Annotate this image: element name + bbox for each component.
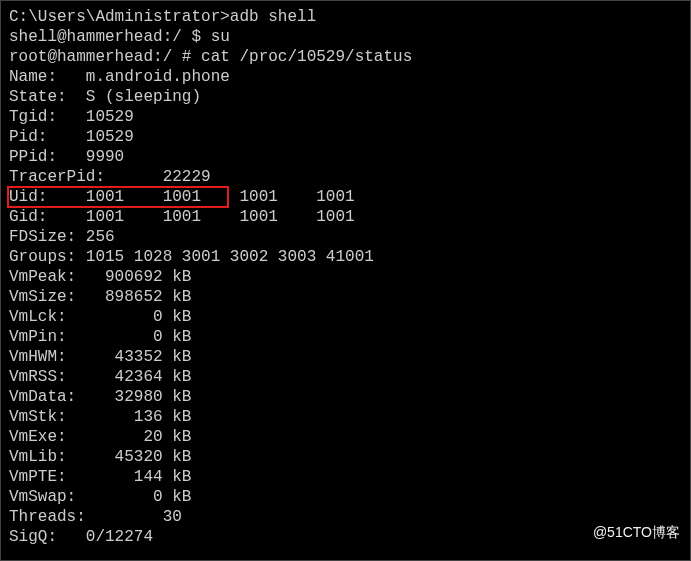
status-vmlck: VmLck: 0 kB: [9, 307, 682, 327]
status-pid: Pid: 10529: [9, 127, 682, 147]
cmd-su: su: [211, 28, 230, 46]
status-vmstk: VmStk: 136 kB: [9, 407, 682, 427]
terminal-line: C:\Users\Administrator>adb shell: [9, 7, 682, 27]
status-vmexe: VmExe: 20 kB: [9, 427, 682, 447]
status-vmswap: VmSwap: 0 kB: [9, 487, 682, 507]
status-name: Name: m.android.phone: [9, 67, 682, 87]
status-vmsize: VmSize: 898652 kB: [9, 287, 682, 307]
prompt-win: C:\Users\Administrator>: [9, 8, 230, 26]
status-groups: Groups: 1015 1028 3001 3002 3003 41001: [9, 247, 682, 267]
status-state: State: S (sleeping): [9, 87, 682, 107]
status-vmlib: VmLib: 45320 kB: [9, 447, 682, 467]
prompt-root: root@hammerhead:/ #: [9, 48, 201, 66]
status-threads: Threads: 30: [9, 507, 682, 527]
status-uid: Uid: 1001 1001 1001 1001: [9, 187, 682, 207]
prompt-shell: shell@hammerhead:/ $: [9, 28, 211, 46]
watermark-text: @51CTO博客: [593, 522, 680, 542]
status-vmhwm: VmHWM: 43352 kB: [9, 347, 682, 367]
status-tgid: Tgid: 10529: [9, 107, 682, 127]
status-gid: Gid: 1001 1001 1001 1001: [9, 207, 682, 227]
cmd-adb-shell: adb shell: [230, 8, 316, 26]
status-fdsize: FDSize: 256: [9, 227, 682, 247]
status-sigq: SigQ: 0/12274: [9, 527, 682, 547]
status-vmdata: VmData: 32980 kB: [9, 387, 682, 407]
terminal-line: shell@hammerhead:/ $ su: [9, 27, 682, 47]
status-ppid: PPid: 9990: [9, 147, 682, 167]
cmd-cat-status: cat /proc/10529/status: [201, 48, 412, 66]
status-vmrss: VmRSS: 42364 kB: [9, 367, 682, 387]
status-vmpeak: VmPeak: 900692 kB: [9, 267, 682, 287]
status-vmpin: VmPin: 0 kB: [9, 327, 682, 347]
status-tracerpid: TracerPid: 22229: [9, 167, 682, 187]
terminal-line: root@hammerhead:/ # cat /proc/10529/stat…: [9, 47, 682, 67]
status-vmpte: VmPTE: 144 kB: [9, 467, 682, 487]
